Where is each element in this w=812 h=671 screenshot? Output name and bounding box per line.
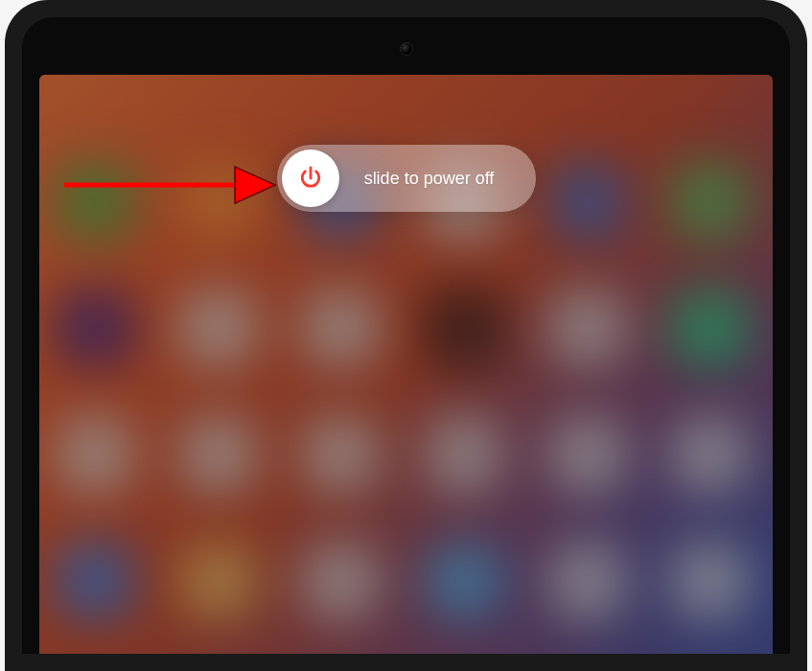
annotation-arrow xyxy=(62,161,278,213)
power-off-label: slide to power off xyxy=(339,169,531,189)
power-off-slider-track[interactable]: slide to power off xyxy=(277,145,536,212)
svg-marker-1 xyxy=(235,167,275,203)
front-camera xyxy=(400,42,413,56)
arrow-icon xyxy=(62,161,278,209)
power-icon xyxy=(296,164,325,193)
ipad-bezel: slide to power off xyxy=(22,17,790,654)
power-off-slider-knob[interactable] xyxy=(282,150,339,207)
ipad-device-frame: slide to power off xyxy=(5,0,807,671)
